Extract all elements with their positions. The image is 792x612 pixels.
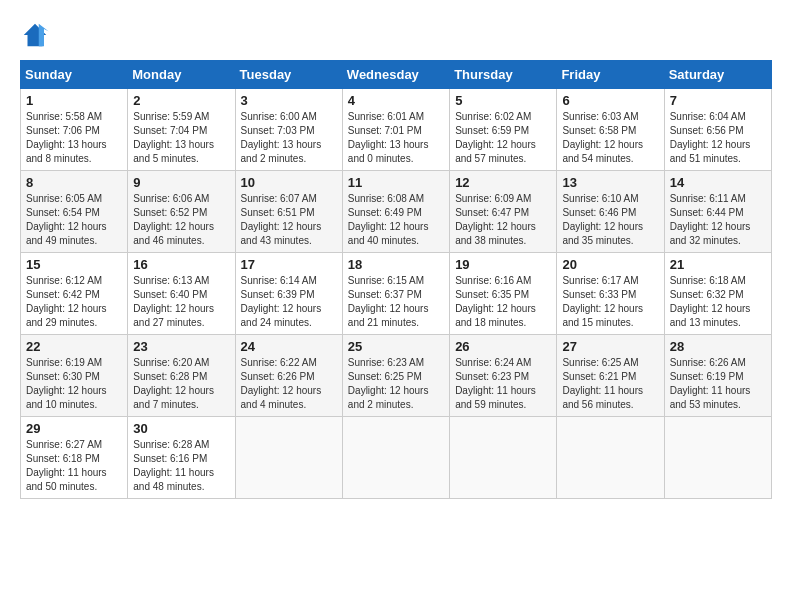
daylight-text: Daylight: 12 hours and 46 minutes. — [133, 221, 214, 246]
table-row: 22 Sunrise: 6:19 AM Sunset: 6:30 PM Dayl… — [21, 335, 128, 417]
day-number: 29 — [26, 421, 122, 436]
day-info: Sunrise: 6:24 AM Sunset: 6:23 PM Dayligh… — [455, 356, 551, 412]
daylight-text: Daylight: 12 hours and 29 minutes. — [26, 303, 107, 328]
sunset-text: Sunset: 6:16 PM — [133, 453, 207, 464]
table-row: 29 Sunrise: 6:27 AM Sunset: 6:18 PM Dayl… — [21, 417, 128, 499]
col-sunday: Sunday — [21, 61, 128, 89]
sunset-text: Sunset: 7:01 PM — [348, 125, 422, 136]
daylight-text: Daylight: 12 hours and 18 minutes. — [455, 303, 536, 328]
logo — [20, 20, 54, 50]
calendar-week-row: 1 Sunrise: 5:58 AM Sunset: 7:06 PM Dayli… — [21, 89, 772, 171]
table-row: 15 Sunrise: 6:12 AM Sunset: 6:42 PM Dayl… — [21, 253, 128, 335]
sunrise-text: Sunrise: 5:59 AM — [133, 111, 209, 122]
day-number: 22 — [26, 339, 122, 354]
day-info: Sunrise: 6:13 AM Sunset: 6:40 PM Dayligh… — [133, 274, 229, 330]
table-row: 8 Sunrise: 6:05 AM Sunset: 6:54 PM Dayli… — [21, 171, 128, 253]
sunset-text: Sunset: 7:04 PM — [133, 125, 207, 136]
col-tuesday: Tuesday — [235, 61, 342, 89]
sunrise-text: Sunrise: 6:04 AM — [670, 111, 746, 122]
day-info: Sunrise: 6:19 AM Sunset: 6:30 PM Dayligh… — [26, 356, 122, 412]
day-info: Sunrise: 6:22 AM Sunset: 6:26 PM Dayligh… — [241, 356, 337, 412]
daylight-text: Daylight: 12 hours and 27 minutes. — [133, 303, 214, 328]
sunrise-text: Sunrise: 6:18 AM — [670, 275, 746, 286]
day-info: Sunrise: 6:07 AM Sunset: 6:51 PM Dayligh… — [241, 192, 337, 248]
table-row: 4 Sunrise: 6:01 AM Sunset: 7:01 PM Dayli… — [342, 89, 449, 171]
day-number: 16 — [133, 257, 229, 272]
day-number: 6 — [562, 93, 658, 108]
day-number: 23 — [133, 339, 229, 354]
sunset-text: Sunset: 6:37 PM — [348, 289, 422, 300]
day-number: 2 — [133, 93, 229, 108]
day-info: Sunrise: 6:02 AM Sunset: 6:59 PM Dayligh… — [455, 110, 551, 166]
daylight-text: Daylight: 12 hours and 35 minutes. — [562, 221, 643, 246]
sunrise-text: Sunrise: 6:00 AM — [241, 111, 317, 122]
day-info: Sunrise: 5:59 AM Sunset: 7:04 PM Dayligh… — [133, 110, 229, 166]
sunrise-text: Sunrise: 6:24 AM — [455, 357, 531, 368]
daylight-text: Daylight: 11 hours and 50 minutes. — [26, 467, 107, 492]
day-number: 28 — [670, 339, 766, 354]
day-info: Sunrise: 6:26 AM Sunset: 6:19 PM Dayligh… — [670, 356, 766, 412]
table-row: 10 Sunrise: 6:07 AM Sunset: 6:51 PM Dayl… — [235, 171, 342, 253]
sunset-text: Sunset: 6:23 PM — [455, 371, 529, 382]
table-row: 25 Sunrise: 6:23 AM Sunset: 6:25 PM Dayl… — [342, 335, 449, 417]
sunset-text: Sunset: 6:44 PM — [670, 207, 744, 218]
sunrise-text: Sunrise: 6:25 AM — [562, 357, 638, 368]
table-row — [235, 417, 342, 499]
sunset-text: Sunset: 6:49 PM — [348, 207, 422, 218]
table-row: 19 Sunrise: 6:16 AM Sunset: 6:35 PM Dayl… — [450, 253, 557, 335]
day-number: 24 — [241, 339, 337, 354]
table-row: 27 Sunrise: 6:25 AM Sunset: 6:21 PM Dayl… — [557, 335, 664, 417]
day-number: 19 — [455, 257, 551, 272]
sunrise-text: Sunrise: 6:22 AM — [241, 357, 317, 368]
sunrise-text: Sunrise: 6:06 AM — [133, 193, 209, 204]
calendar-week-row: 8 Sunrise: 6:05 AM Sunset: 6:54 PM Dayli… — [21, 171, 772, 253]
daylight-text: Daylight: 13 hours and 2 minutes. — [241, 139, 322, 164]
sunset-text: Sunset: 6:28 PM — [133, 371, 207, 382]
sunrise-text: Sunrise: 6:28 AM — [133, 439, 209, 450]
sunset-text: Sunset: 6:30 PM — [26, 371, 100, 382]
table-row: 14 Sunrise: 6:11 AM Sunset: 6:44 PM Dayl… — [664, 171, 771, 253]
sunrise-text: Sunrise: 6:03 AM — [562, 111, 638, 122]
sunrise-text: Sunrise: 6:11 AM — [670, 193, 746, 204]
table-row: 9 Sunrise: 6:06 AM Sunset: 6:52 PM Dayli… — [128, 171, 235, 253]
day-number: 18 — [348, 257, 444, 272]
day-number: 4 — [348, 93, 444, 108]
sunrise-text: Sunrise: 6:10 AM — [562, 193, 638, 204]
sunset-text: Sunset: 6:32 PM — [670, 289, 744, 300]
table-row: 24 Sunrise: 6:22 AM Sunset: 6:26 PM Dayl… — [235, 335, 342, 417]
day-number: 12 — [455, 175, 551, 190]
sunset-text: Sunset: 6:52 PM — [133, 207, 207, 218]
sunset-text: Sunset: 6:25 PM — [348, 371, 422, 382]
col-thursday: Thursday — [450, 61, 557, 89]
day-number: 3 — [241, 93, 337, 108]
sunrise-text: Sunrise: 6:01 AM — [348, 111, 424, 122]
day-info: Sunrise: 6:12 AM Sunset: 6:42 PM Dayligh… — [26, 274, 122, 330]
daylight-text: Daylight: 12 hours and 51 minutes. — [670, 139, 751, 164]
col-monday: Monday — [128, 61, 235, 89]
daylight-text: Daylight: 12 hours and 54 minutes. — [562, 139, 643, 164]
daylight-text: Daylight: 12 hours and 40 minutes. — [348, 221, 429, 246]
daylight-text: Daylight: 11 hours and 56 minutes. — [562, 385, 643, 410]
sunset-text: Sunset: 6:35 PM — [455, 289, 529, 300]
sunrise-text: Sunrise: 6:05 AM — [26, 193, 102, 204]
day-number: 13 — [562, 175, 658, 190]
table-row: 12 Sunrise: 6:09 AM Sunset: 6:47 PM Dayl… — [450, 171, 557, 253]
daylight-text: Daylight: 13 hours and 8 minutes. — [26, 139, 107, 164]
daylight-text: Daylight: 11 hours and 59 minutes. — [455, 385, 536, 410]
daylight-text: Daylight: 12 hours and 10 minutes. — [26, 385, 107, 410]
sunset-text: Sunset: 6:51 PM — [241, 207, 315, 218]
sunrise-text: Sunrise: 6:16 AM — [455, 275, 531, 286]
sunrise-text: Sunrise: 6:19 AM — [26, 357, 102, 368]
day-info: Sunrise: 6:10 AM Sunset: 6:46 PM Dayligh… — [562, 192, 658, 248]
day-info: Sunrise: 6:14 AM Sunset: 6:39 PM Dayligh… — [241, 274, 337, 330]
table-row: 7 Sunrise: 6:04 AM Sunset: 6:56 PM Dayli… — [664, 89, 771, 171]
table-row: 1 Sunrise: 5:58 AM Sunset: 7:06 PM Dayli… — [21, 89, 128, 171]
table-row: 18 Sunrise: 6:15 AM Sunset: 6:37 PM Dayl… — [342, 253, 449, 335]
table-row: 13 Sunrise: 6:10 AM Sunset: 6:46 PM Dayl… — [557, 171, 664, 253]
table-row: 20 Sunrise: 6:17 AM Sunset: 6:33 PM Dayl… — [557, 253, 664, 335]
daylight-text: Daylight: 12 hours and 49 minutes. — [26, 221, 107, 246]
table-row: 17 Sunrise: 6:14 AM Sunset: 6:39 PM Dayl… — [235, 253, 342, 335]
daylight-text: Daylight: 12 hours and 15 minutes. — [562, 303, 643, 328]
logo-icon — [20, 20, 50, 50]
table-row — [664, 417, 771, 499]
